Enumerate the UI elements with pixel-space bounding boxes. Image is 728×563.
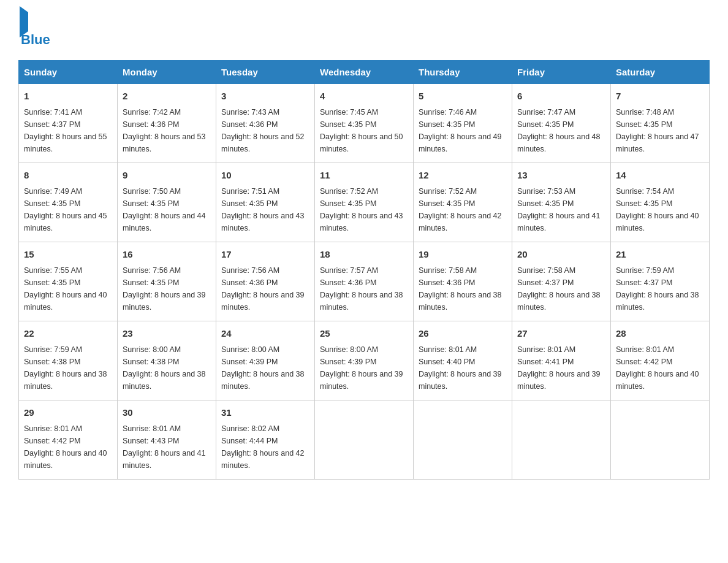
day-info: Sunrise: 7:55 AM Sunset: 4:35 PM Dayligh…	[24, 266, 107, 312]
calendar-header-row: SundayMondayTuesdayWednesdayThursdayFrid…	[19, 61, 710, 84]
calendar-cell: 27 Sunrise: 8:01 AM Sunset: 4:41 PM Dayl…	[512, 321, 611, 400]
calendar-cell: 28 Sunrise: 8:01 AM Sunset: 4:42 PM Dayl…	[611, 321, 710, 400]
day-number: 8	[24, 168, 112, 183]
day-number: 11	[320, 168, 408, 183]
day-number: 23	[123, 326, 211, 341]
day-number: 16	[123, 247, 211, 262]
calendar-cell: 17 Sunrise: 7:56 AM Sunset: 4:36 PM Dayl…	[216, 242, 315, 321]
day-number: 22	[24, 326, 112, 341]
day-info: Sunrise: 8:01 AM Sunset: 4:40 PM Dayligh…	[419, 345, 502, 391]
calendar-week-row: 1 Sunrise: 7:41 AM Sunset: 4:37 PM Dayli…	[19, 84, 710, 163]
day-info: Sunrise: 7:59 AM Sunset: 4:37 PM Dayligh…	[616, 266, 699, 312]
day-info: Sunrise: 7:58 AM Sunset: 4:36 PM Dayligh…	[419, 266, 502, 312]
day-info: Sunrise: 7:54 AM Sunset: 4:35 PM Dayligh…	[616, 187, 699, 232]
logo: Blue	[18, 12, 50, 48]
day-info: Sunrise: 7:49 AM Sunset: 4:35 PM Dayligh…	[24, 187, 107, 232]
day-info: Sunrise: 7:51 AM Sunset: 4:35 PM Dayligh…	[221, 187, 305, 232]
calendar-cell: 30 Sunrise: 8:01 AM Sunset: 4:43 PM Dayl…	[118, 400, 216, 480]
day-info: Sunrise: 8:01 AM Sunset: 4:42 PM Dayligh…	[24, 424, 107, 470]
calendar-cell: 11 Sunrise: 7:52 AM Sunset: 4:35 PM Dayl…	[315, 163, 414, 242]
day-info: Sunrise: 8:00 AM Sunset: 4:39 PM Dayligh…	[320, 345, 403, 391]
calendar-table: SundayMondayTuesdayWednesdayThursdayFrid…	[18, 60, 710, 480]
day-header-sunday: Sunday	[19, 61, 118, 84]
calendar-cell: 7 Sunrise: 7:48 AM Sunset: 4:35 PM Dayli…	[611, 84, 710, 163]
day-info: Sunrise: 7:56 AM Sunset: 4:36 PM Dayligh…	[221, 266, 305, 312]
calendar-cell: 26 Sunrise: 8:01 AM Sunset: 4:40 PM Dayl…	[414, 321, 512, 400]
calendar-cell: 6 Sunrise: 7:47 AM Sunset: 4:35 PM Dayli…	[512, 84, 611, 163]
day-number: 20	[517, 247, 605, 262]
calendar-cell: 20 Sunrise: 7:58 AM Sunset: 4:37 PM Dayl…	[512, 242, 611, 321]
day-number: 10	[221, 168, 309, 183]
day-number: 7	[616, 89, 704, 104]
day-header-wednesday: Wednesday	[315, 61, 414, 84]
day-number: 1	[24, 89, 112, 104]
calendar-cell: 16 Sunrise: 7:56 AM Sunset: 4:35 PM Dayl…	[118, 242, 216, 321]
calendar-cell: 31 Sunrise: 8:02 AM Sunset: 4:44 PM Dayl…	[216, 400, 315, 480]
calendar-week-row: 29 Sunrise: 8:01 AM Sunset: 4:42 PM Dayl…	[19, 400, 710, 480]
day-info: Sunrise: 7:41 AM Sunset: 4:37 PM Dayligh…	[24, 108, 107, 153]
logo-blue-text	[18, 12, 28, 32]
day-number: 12	[419, 168, 507, 183]
calendar-cell: 15 Sunrise: 7:55 AM Sunset: 4:35 PM Dayl…	[19, 242, 118, 321]
day-info: Sunrise: 7:52 AM Sunset: 4:35 PM Dayligh…	[320, 187, 403, 232]
day-number: 14	[616, 168, 704, 183]
day-info: Sunrise: 7:47 AM Sunset: 4:35 PM Dayligh…	[517, 108, 601, 153]
day-info: Sunrise: 7:48 AM Sunset: 4:35 PM Dayligh…	[616, 108, 699, 153]
day-number: 9	[123, 168, 211, 183]
day-number: 30	[123, 405, 211, 420]
page-header: Blue	[18, 12, 710, 48]
day-header-saturday: Saturday	[611, 61, 710, 84]
day-header-monday: Monday	[118, 61, 216, 84]
day-number: 19	[419, 247, 507, 262]
day-number: 15	[24, 247, 112, 262]
calendar-cell: 8 Sunrise: 7:49 AM Sunset: 4:35 PM Dayli…	[19, 163, 118, 242]
calendar-cell: 25 Sunrise: 8:00 AM Sunset: 4:39 PM Dayl…	[315, 321, 414, 400]
day-number: 31	[221, 405, 309, 420]
calendar-cell: 1 Sunrise: 7:41 AM Sunset: 4:37 PM Dayli…	[19, 84, 118, 163]
calendar-week-row: 15 Sunrise: 7:55 AM Sunset: 4:35 PM Dayl…	[19, 242, 710, 321]
day-info: Sunrise: 8:00 AM Sunset: 4:38 PM Dayligh…	[123, 345, 206, 391]
day-header-friday: Friday	[512, 61, 611, 84]
day-number: 5	[419, 89, 507, 104]
calendar-cell	[611, 400, 710, 480]
day-number: 3	[221, 89, 309, 104]
day-info: Sunrise: 7:50 AM Sunset: 4:35 PM Dayligh…	[123, 187, 206, 232]
calendar-cell: 14 Sunrise: 7:54 AM Sunset: 4:35 PM Dayl…	[611, 163, 710, 242]
day-number: 21	[616, 247, 704, 262]
day-info: Sunrise: 7:56 AM Sunset: 4:35 PM Dayligh…	[123, 266, 206, 312]
calendar-week-row: 22 Sunrise: 7:59 AM Sunset: 4:38 PM Dayl…	[19, 321, 710, 400]
calendar-cell: 9 Sunrise: 7:50 AM Sunset: 4:35 PM Dayli…	[118, 163, 216, 242]
day-info: Sunrise: 7:42 AM Sunset: 4:36 PM Dayligh…	[123, 108, 206, 153]
logo-subtitle: Blue	[21, 32, 50, 48]
day-info: Sunrise: 7:59 AM Sunset: 4:38 PM Dayligh…	[24, 345, 107, 391]
day-info: Sunrise: 7:53 AM Sunset: 4:35 PM Dayligh…	[517, 187, 601, 232]
day-number: 6	[517, 89, 605, 104]
calendar-cell: 10 Sunrise: 7:51 AM Sunset: 4:35 PM Dayl…	[216, 163, 315, 242]
calendar-week-row: 8 Sunrise: 7:49 AM Sunset: 4:35 PM Dayli…	[19, 163, 710, 242]
day-info: Sunrise: 7:43 AM Sunset: 4:36 PM Dayligh…	[221, 108, 305, 153]
calendar-cell: 29 Sunrise: 8:01 AM Sunset: 4:42 PM Dayl…	[19, 400, 118, 480]
day-info: Sunrise: 7:57 AM Sunset: 4:36 PM Dayligh…	[320, 266, 403, 312]
day-info: Sunrise: 7:58 AM Sunset: 4:37 PM Dayligh…	[517, 266, 601, 312]
day-info: Sunrise: 7:52 AM Sunset: 4:35 PM Dayligh…	[419, 187, 502, 232]
day-number: 25	[320, 326, 408, 341]
calendar-cell: 23 Sunrise: 8:00 AM Sunset: 4:38 PM Dayl…	[118, 321, 216, 400]
day-info: Sunrise: 8:01 AM Sunset: 4:42 PM Dayligh…	[616, 345, 699, 391]
day-info: Sunrise: 7:45 AM Sunset: 4:35 PM Dayligh…	[320, 108, 403, 153]
calendar-cell	[512, 400, 611, 480]
calendar-cell: 3 Sunrise: 7:43 AM Sunset: 4:36 PM Dayli…	[216, 84, 315, 163]
calendar-cell: 19 Sunrise: 7:58 AM Sunset: 4:36 PM Dayl…	[414, 242, 512, 321]
calendar-cell	[315, 400, 414, 480]
day-number: 29	[24, 405, 112, 420]
calendar-cell: 13 Sunrise: 7:53 AM Sunset: 4:35 PM Dayl…	[512, 163, 611, 242]
calendar-cell: 4 Sunrise: 7:45 AM Sunset: 4:35 PM Dayli…	[315, 84, 414, 163]
calendar-cell: 12 Sunrise: 7:52 AM Sunset: 4:35 PM Dayl…	[414, 163, 512, 242]
day-info: Sunrise: 7:46 AM Sunset: 4:35 PM Dayligh…	[419, 108, 502, 153]
day-info: Sunrise: 8:01 AM Sunset: 4:41 PM Dayligh…	[517, 345, 601, 391]
calendar-cell	[414, 400, 512, 480]
day-header-thursday: Thursday	[414, 61, 512, 84]
day-number: 18	[320, 247, 408, 262]
calendar-cell: 24 Sunrise: 8:00 AM Sunset: 4:39 PM Dayl…	[216, 321, 315, 400]
day-number: 24	[221, 326, 309, 341]
day-info: Sunrise: 8:02 AM Sunset: 4:44 PM Dayligh…	[221, 424, 305, 470]
